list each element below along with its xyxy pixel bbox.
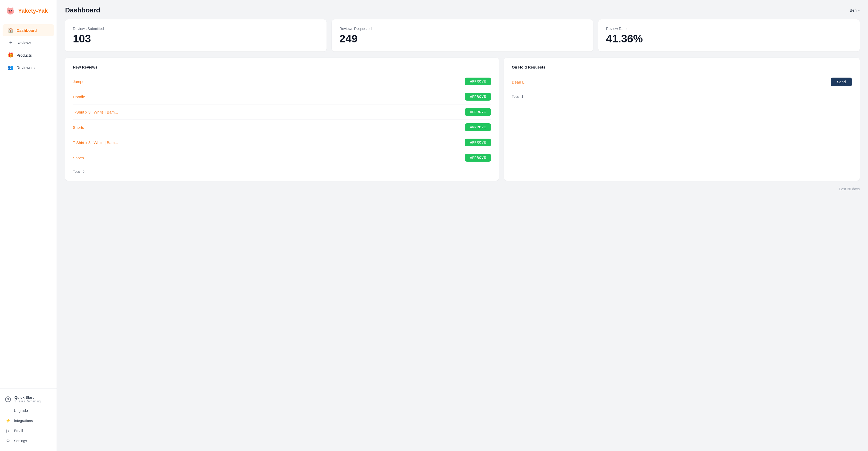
username: Ben <box>850 8 857 12</box>
hold-name-dean[interactable]: Dean L. <box>512 80 525 84</box>
logo-text: Yakety-Yak <box>18 7 48 14</box>
review-name-hoodie[interactable]: Hoodie <box>73 95 85 99</box>
approve-button-shoes[interactable]: APPROVE <box>465 154 491 162</box>
send-button-dean[interactable]: Send <box>831 78 852 86</box>
page-title: Dashboard <box>65 6 100 14</box>
sidebar-label-dashboard: Dashboard <box>17 28 37 33</box>
last-days-label: Last 30 days <box>57 187 868 196</box>
sidebar-label-reviewers: Reviewers <box>17 65 35 70</box>
sidebar-label-integrations: Integrations <box>14 419 33 423</box>
on-hold-total: Total: 1 <box>512 94 852 98</box>
review-name-tshirt1[interactable]: T-Shirt x 3 | White | Bam... <box>73 110 118 114</box>
svg-point-4 <box>9 11 10 12</box>
stat-value-reviews-submitted: 103 <box>73 33 319 44</box>
sidebar: Yakety-Yak 🏠 Dashboard✦ Reviews🎁 Product… <box>0 0 57 451</box>
dashboard-icon: 🏠 <box>8 27 13 33</box>
sidebar-bottom: 3 Quick Start 3 Tasks Remaining ↑ Upgrad… <box>0 388 57 451</box>
table-row: Shoes APPROVE <box>73 150 491 165</box>
stat-value-review-rate: 41.36% <box>606 33 852 44</box>
approve-button-tshirt2[interactable]: APPROVE <box>465 139 491 146</box>
chevron-down-icon: ▾ <box>858 8 860 12</box>
reviews-icon: ✦ <box>8 40 13 46</box>
svg-point-8 <box>9 10 9 10</box>
table-row: Hoodie APPROVE <box>73 89 491 105</box>
sidebar-item-dashboard[interactable]: 🏠 Dashboard <box>3 24 54 36</box>
table-row: Jumper APPROVE <box>73 74 491 89</box>
svg-point-6 <box>8 10 9 11</box>
table-row: Shorts APPROVE <box>73 120 491 135</box>
stat-card-reviews-requested: Reviews Requested 249 <box>332 19 593 52</box>
quick-start-badge: 3 <box>5 396 11 402</box>
email-icon: ▷ <box>5 428 11 433</box>
hold-items: Dean L. Send <box>512 74 852 90</box>
table-row: T-Shirt x 3 | White | Bam... APPROVE <box>73 135 491 150</box>
sidebar-item-quick-start[interactable]: 3 Quick Start 3 Tasks Remaining <box>3 393 54 406</box>
review-name-shoes[interactable]: Shoes <box>73 156 84 160</box>
review-items: Jumper APPROVEHoodie APPROVET-Shirt x 3 … <box>73 74 491 165</box>
quick-start-sub: 3 Tasks Remaining <box>14 399 40 403</box>
content-row: New Reviews Jumper APPROVEHoodie APPROVE… <box>57 58 868 187</box>
review-name-jumper[interactable]: Jumper <box>73 79 86 84</box>
sidebar-label-products: Products <box>17 53 32 57</box>
approve-button-shorts[interactable]: APPROVE <box>465 123 491 131</box>
sidebar-item-upgrade[interactable]: ↑ Upgrade <box>3 406 54 416</box>
on-hold-title: On Hold Requests <box>512 65 852 69</box>
sidebar-item-reviewers[interactable]: 👥 Reviewers <box>3 61 54 74</box>
stat-card-review-rate: Review Rate 41.36% <box>598 19 860 52</box>
on-hold-card: On Hold Requests Dean L. Send Total: 1 <box>504 58 860 181</box>
sidebar-nav: 🏠 Dashboard✦ Reviews🎁 Products👥 Reviewer… <box>0 21 57 388</box>
approve-button-jumper[interactable]: APPROVE <box>465 78 491 85</box>
approve-button-tshirt1[interactable]: APPROVE <box>465 108 491 116</box>
page-header: Dashboard Ben ▾ <box>57 0 868 19</box>
table-row: T-Shirt x 3 | White | Bam... APPROVE <box>73 105 491 120</box>
svg-point-9 <box>11 10 12 10</box>
main-content: Dashboard Ben ▾ Reviews Submitted 103Rev… <box>57 0 868 451</box>
sidebar-item-email[interactable]: ▷ Email <box>3 426 54 436</box>
products-icon: 🎁 <box>8 52 13 58</box>
sidebar-label-settings: Settings <box>14 439 27 443</box>
stat-label-reviews-requested: Reviews Requested <box>339 27 585 31</box>
new-reviews-total: Total: 6 <box>73 169 491 173</box>
approve-button-hoodie[interactable]: APPROVE <box>465 93 491 101</box>
user-menu[interactable]: Ben ▾ <box>850 8 860 12</box>
review-name-tshirt2[interactable]: T-Shirt x 3 | White | Bam... <box>73 140 118 145</box>
sidebar-item-products[interactable]: 🎁 Products <box>3 49 54 61</box>
stat-card-reviews-submitted: Reviews Submitted 103 <box>65 19 327 52</box>
list-item: Dean L. Send <box>512 74 852 90</box>
svg-point-7 <box>11 10 12 11</box>
logo-icon <box>5 6 16 16</box>
quick-start-title: Quick Start <box>14 395 40 399</box>
integrations-icon: ⚡ <box>5 418 11 423</box>
sidebar-item-settings[interactable]: ⚙ Settings <box>3 436 54 446</box>
svg-point-5 <box>11 11 11 12</box>
sidebar-item-integrations[interactable]: ⚡ Integrations <box>3 416 54 426</box>
sidebar-item-reviews[interactable]: ✦ Reviews <box>3 37 54 49</box>
reviewers-icon: 👥 <box>8 65 13 71</box>
new-reviews-card: New Reviews Jumper APPROVEHoodie APPROVE… <box>65 58 499 181</box>
sidebar-label-reviews: Reviews <box>17 40 31 45</box>
stat-label-reviews-submitted: Reviews Submitted <box>73 27 319 31</box>
sidebar-label-upgrade: Upgrade <box>14 408 28 413</box>
logo: Yakety-Yak <box>0 0 57 21</box>
new-reviews-title: New Reviews <box>73 65 491 69</box>
sidebar-label-email: Email <box>14 429 23 433</box>
quick-start-text: Quick Start 3 Tasks Remaining <box>14 395 40 403</box>
upgrade-icon: ↑ <box>5 408 11 413</box>
stats-row: Reviews Submitted 103Reviews Requested 2… <box>57 19 868 58</box>
settings-icon: ⚙ <box>5 438 11 443</box>
stat-label-review-rate: Review Rate <box>606 27 852 31</box>
stat-value-reviews-requested: 249 <box>339 33 585 44</box>
review-name-shorts[interactable]: Shorts <box>73 125 84 130</box>
